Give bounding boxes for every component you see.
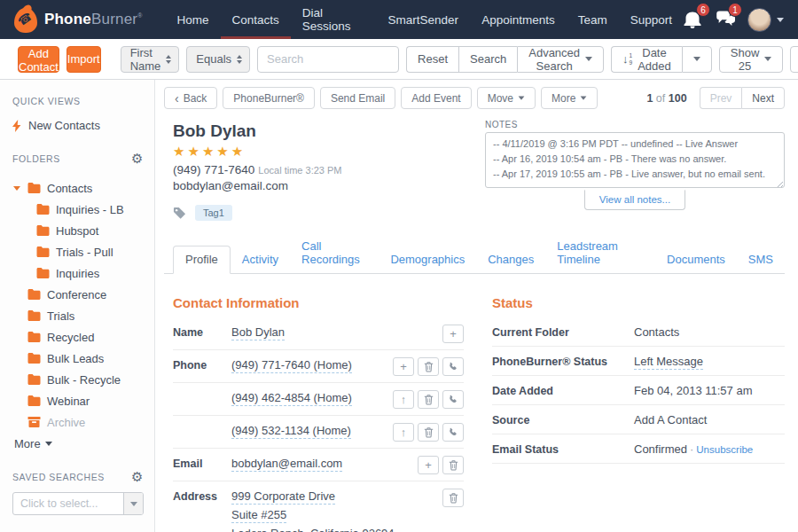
tab-activity[interactable]: Activity [231,246,290,273]
folder-icon [27,289,41,300]
folder-conference[interactable]: Conference [12,284,144,305]
call-phone-button[interactable] [442,423,464,442]
view-all-notes-button[interactable]: View all notes... [584,190,685,210]
folder-trials-pull[interactable]: Trials - Pull [12,241,144,262]
delete-phone-button[interactable] [418,357,439,376]
notifications-button[interactable]: 6 [684,10,703,29]
send-email-button[interactable]: Send Email [320,87,395,109]
phoneburner-dial-button[interactable]: PhoneBurner® [223,87,315,109]
move-button[interactable]: Move [477,87,536,109]
search-field-select[interactable]: First Name [121,46,180,73]
star-rating[interactable]: ★★★★★ [173,144,485,160]
prev-button[interactable]: Prev [700,87,742,109]
nav-smartsender[interactable]: SmartSender [377,0,471,39]
delete-phone-button[interactable] [418,423,439,442]
call-phone-button[interactable] [442,357,464,376]
folder-label: Contacts [47,182,92,195]
phone-value[interactable]: (949) 771-7640 (Home) [231,358,352,373]
next-button[interactable]: Next [741,87,785,109]
folders-settings-gear-icon[interactable]: ⚙ [131,152,144,165]
back-button[interactable]: ‹Back [164,87,217,109]
import-button[interactable]: Import [66,46,101,73]
search-operator-select[interactable]: Equals [186,46,250,73]
notes-textarea[interactable]: -- 4/11/2019 @ 3:16 PM PDT -- undefined … [485,132,785,188]
folder-inquiries[interactable]: Inquiries [12,262,144,284]
tab-sms[interactable]: SMS [737,246,785,273]
brand-name: PhoneBurner® [44,11,143,28]
nav-contacts[interactable]: Contacts [221,0,291,39]
search-button[interactable]: Search [458,46,517,73]
add-event-button[interactable]: Add Event [401,87,471,109]
promote-phone-button[interactable]: ↑ [393,390,414,409]
user-avatar [747,8,771,32]
folder-webinar[interactable]: Webinar [12,390,144,411]
sort-direction-button[interactable] [682,46,712,73]
local-time: Local time 3:23 PM [258,165,341,176]
delete-email-button[interactable] [442,456,464,474]
folder-contacts[interactable]: Contacts [12,177,144,199]
phone-value[interactable]: (949) 462-4854 (Home) [231,391,352,406]
nav-appointments[interactable]: Appointments [470,0,567,39]
name-value[interactable]: Bob Dylan [231,325,285,340]
show-count-button[interactable]: Show 25 [719,46,784,73]
add-email-button[interactable]: + [418,456,439,474]
status-row-current-folder: Current Folder Contacts [492,317,785,347]
folder-bulk-leads[interactable]: Bulk Leads [12,348,144,369]
brand-logo[interactable]: ☎ PhoneBurner® [14,6,143,33]
tag-icon [173,207,186,220]
phone-value[interactable]: (949) 532-1134 (Home) [231,424,351,439]
unsubscribe-link[interactable]: Unsubscribe [696,444,753,455]
folder-bulk-recycle[interactable]: Bulk - Recycle [12,369,144,390]
address-line-2[interactable]: Suite #255 [231,508,286,523]
folder-icon [36,204,50,215]
nav-support[interactable]: Support [619,0,684,39]
tab-leadstream-timeline[interactable]: Leadstream Timeline [545,233,655,273]
tab-changes[interactable]: Changes [476,246,545,273]
call-phone-button[interactable] [442,390,464,409]
settings-button[interactable]: ⚙ [790,46,798,73]
account-menu[interactable] [747,8,784,32]
tab-profile[interactable]: Profile [173,246,231,274]
more-button[interactable]: More [541,87,598,109]
folder-trials[interactable]: Trials [12,305,144,326]
sort-by-label: Date Added [638,46,671,73]
folder-inquiries-lb[interactable]: Inquiries - LB [12,199,144,220]
nav-team[interactable]: Team [567,0,619,39]
delete-phone-button[interactable] [418,390,439,409]
tab-call-recordings[interactable]: Call Recordings [290,233,379,273]
tag-chip[interactable]: Tag1 [195,205,232,221]
folder-label: Hubspot [56,224,98,238]
notes-heading: NOTES [485,120,785,129]
nav-dial-sessions[interactable]: Dial Sessions [291,0,377,39]
folders-more-button[interactable]: More [12,433,144,450]
tree-expand-caret-icon[interactable] [12,186,21,191]
folder-hubspot[interactable]: Hubspot [12,220,144,241]
tab-documents[interactable]: Documents [655,246,737,273]
promote-phone-button[interactable]: ↑ [393,423,414,442]
tab-demographics[interactable]: Demographics [379,246,476,273]
phone-icon [448,362,458,372]
address-line-3[interactable]: Ladera Ranch, California 92694 [231,527,395,532]
quick-view-new-contacts[interactable]: New Contacts [12,115,144,136]
messages-button[interactable]: 1 [716,10,735,29]
nav-home[interactable]: Home [166,0,221,39]
folder-archive[interactable]: Archive [12,411,144,433]
saved-searches-gear-icon[interactable]: ⚙ [131,470,144,483]
folder-recycled[interactable]: Recycled [12,326,144,348]
delete-address-button[interactable] [442,489,464,507]
saved-searches-section: SAVED SEARCHES ⚙ Click to select... [12,470,144,515]
add-phone-button[interactable]: + [393,357,414,376]
status-label: Source [492,414,634,426]
advanced-search-button[interactable]: Advanced Search [517,46,604,73]
sort-by-button[interactable]: ↓19 Date Added [611,46,682,73]
status-value[interactable]: Left Message [634,355,703,370]
dropdown-toggle[interactable] [123,493,143,514]
reset-button[interactable]: Reset [406,46,458,73]
add-contact-button[interactable]: Add Contact [18,46,59,73]
email-value[interactable]: bobdylan@email.com [231,457,342,472]
address-line-1[interactable]: 999 Corporate Drive [231,489,335,505]
list-controls: ↓19 Date Added Show 25 ⚙ [611,46,798,73]
add-name-button[interactable]: + [442,325,464,343]
saved-searches-select[interactable]: Click to select... [12,492,144,515]
search-input[interactable] [257,46,399,73]
